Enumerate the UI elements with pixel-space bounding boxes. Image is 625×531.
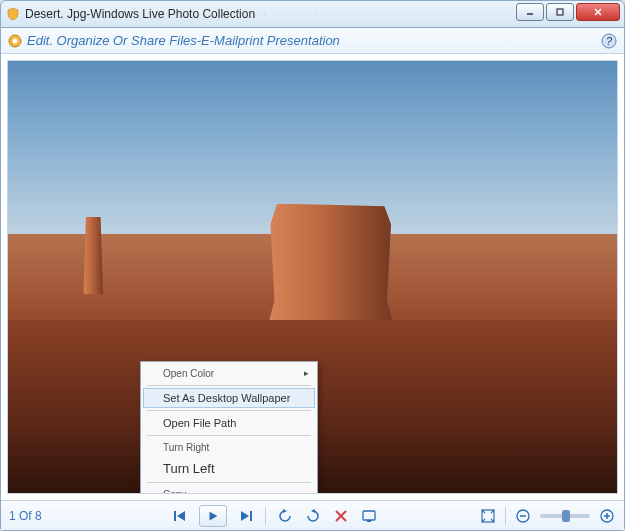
rotate-cw-button[interactable] [304,507,322,525]
minimize-button[interactable] [516,3,544,21]
play-button[interactable] [199,505,227,527]
svg-point-5 [13,38,18,43]
menu-separator [147,385,311,386]
maximize-button[interactable] [546,3,574,21]
window-controls [514,3,620,21]
toolbar-right [479,507,616,525]
menu-turn-left[interactable]: Turn Left [143,457,315,480]
window-titlebar: Desert. Jpg-Windows Live Photo Collectio… [0,0,625,28]
svg-marker-10 [209,511,217,520]
svg-rect-18 [367,520,371,522]
svg-marker-13 [283,509,287,513]
zoom-in-button[interactable] [598,507,616,525]
delete-button[interactable] [332,507,350,525]
toolbar-separator [505,507,506,525]
menu-set-wallpaper[interactable]: Set As Desktop Wallpaper [143,388,315,408]
svg-marker-12 [241,511,249,521]
app-icon [5,6,21,22]
menu-separator [147,482,311,483]
fit-window-button[interactable] [479,507,497,525]
menu-turn-right[interactable]: Turn Right [143,438,315,457]
menu-separator [147,410,311,411]
prev-button[interactable] [171,507,189,525]
svg-rect-8 [174,511,176,521]
toolbar-center [69,505,479,527]
context-menu: Open Color Set As Desktop Wallpaper Open… [140,361,318,494]
svg-marker-9 [177,511,185,521]
menu-open-file-path[interactable]: Open File Path [143,413,315,433]
bottom-toolbar: 1 Of 8 [1,500,624,530]
zoom-slider[interactable] [540,514,590,518]
close-button[interactable] [576,3,620,21]
svg-text:?: ? [606,35,613,47]
svg-marker-14 [311,509,315,513]
svg-rect-11 [250,511,252,521]
rotate-ccw-button[interactable] [276,507,294,525]
toolbar-separator [265,507,266,525]
slideshow-button[interactable] [360,507,378,525]
zoom-out-button[interactable] [514,507,532,525]
svg-rect-17 [363,511,375,520]
menu-copy[interactable]: Copy [143,485,315,494]
zoom-slider-thumb[interactable] [562,510,570,522]
svg-rect-1 [557,9,563,15]
app-window: Edit. Organize Or Share Files-E-Mailprin… [0,28,625,531]
image-viewer[interactable]: Open Color Set As Desktop Wallpaper Open… [7,60,618,494]
menubar: Edit. Organize Or Share Files-E-Mailprin… [1,28,624,54]
menu-separator [147,435,311,436]
menubar-text[interactable]: Edit. Organize Or Share Files-E-Mailprin… [27,33,340,48]
next-button[interactable] [237,507,255,525]
gallery-icon [7,33,23,49]
menu-open-color[interactable]: Open Color [143,364,315,383]
help-button[interactable]: ? [600,32,618,50]
window-title: Desert. Jpg-Windows Live Photo Collectio… [25,7,255,21]
page-counter: 1 Of 8 [9,509,69,523]
